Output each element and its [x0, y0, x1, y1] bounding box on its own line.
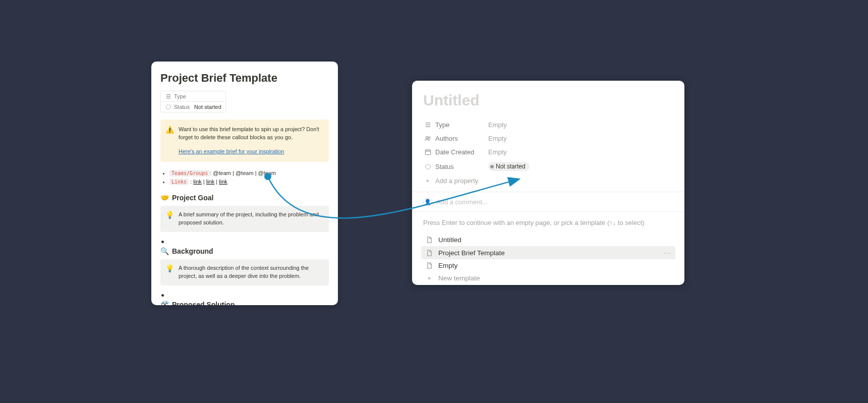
add-comment-row[interactable]: 👤 Add a comment... — [423, 192, 673, 211]
spinner-icon — [423, 163, 432, 170]
teams-line: Teams/Groups: @team | @team | @team — [169, 169, 329, 178]
property-label: Status — [174, 104, 191, 110]
section-heading-solution: 🛠️ Proposed Solution — [160, 301, 329, 305]
list-icon — [423, 121, 432, 129]
property-type-row[interactable]: Type — [161, 91, 225, 101]
status-dot-icon — [490, 165, 494, 168]
avatar-icon: 👤 — [423, 197, 432, 206]
example-brief-link[interactable]: Here's an example brief for your inspira… — [179, 148, 284, 156]
property-value: Empty — [488, 121, 507, 129]
comment-placeholder: Add a comment... — [436, 198, 488, 206]
property-type-row[interactable]: Type Empty — [423, 118, 673, 132]
links-chip: Links — [169, 179, 189, 185]
empty-bullet — [169, 291, 329, 294]
teams-chip: Teams/Groups — [169, 170, 210, 177]
more-icon[interactable]: ··· — [664, 249, 671, 257]
magnifier-icon: 🔍 — [160, 247, 169, 255]
property-value: Empty — [488, 135, 507, 142]
page-icon — [425, 236, 433, 244]
links-line: Links : link | link | link — [169, 178, 329, 187]
property-table: Type Status Not started — [160, 91, 226, 112]
property-status-row[interactable]: Status Not started — [161, 101, 225, 112]
callout-goal: 💡 A brief summary of the project, includ… — [160, 206, 329, 232]
svg-point-2 — [428, 137, 430, 138]
page-title: Project Brief Template — [160, 72, 329, 85]
template-item-new[interactable]: + New template — [421, 272, 675, 284]
template-preview-card: Project Brief Template Type Status Not s… — [151, 62, 338, 305]
empty-bullet — [169, 237, 329, 240]
page-title-placeholder[interactable]: Untitled — [423, 92, 673, 109]
property-label: Date Created — [435, 148, 488, 156]
template-item-empty[interactable]: Empty — [421, 259, 675, 272]
property-label: Authors — [435, 135, 488, 142]
calendar-icon — [423, 148, 432, 156]
warning-icon: ⚠️ — [165, 125, 174, 135]
link[interactable]: link — [206, 179, 215, 185]
template-item-untitled[interactable]: Untitled — [421, 234, 675, 246]
property-label: Status — [435, 163, 488, 170]
list-icon — [165, 93, 172, 100]
property-value: Empty — [488, 148, 507, 156]
plus-icon: + — [425, 274, 433, 282]
bulb-icon: 💡 — [165, 263, 174, 273]
link[interactable]: link — [219, 179, 227, 185]
callout-warning: ⚠️ Want to use this brief template to sp… — [160, 120, 329, 162]
template-hint: Press Enter to continue with an empty pa… — [423, 212, 673, 234]
new-page-card: Untitled Type Empty Authors Empty Date C… — [412, 81, 684, 285]
svg-point-4 — [425, 164, 430, 168]
property-date-created-row[interactable]: Date Created Empty — [423, 145, 673, 159]
status-pill[interactable]: Not started — [488, 162, 530, 171]
property-status-row[interactable]: Status Not started — [423, 159, 673, 174]
page-icon — [425, 262, 433, 269]
callout-background: 💡 A thorough description of the context … — [160, 259, 329, 285]
tools-icon: 🛠️ — [160, 301, 169, 305]
svg-rect-3 — [425, 150, 430, 154]
plus-icon: + — [423, 177, 432, 185]
svg-point-1 — [426, 137, 428, 139]
property-label: Type — [435, 121, 488, 129]
spinner-icon — [165, 103, 172, 110]
section-heading-goal: 🤝 Project Goal — [160, 194, 329, 202]
meta-bullets: Teams/Groups: @team | @team | @team Link… — [163, 169, 329, 187]
link[interactable]: link — [193, 179, 202, 185]
svg-point-0 — [166, 105, 171, 109]
property-value: Not started — [194, 104, 221, 110]
template-list: Untitled Project Brief Template ··· Empt… — [421, 234, 675, 284]
handshake-icon: 🤝 — [160, 194, 169, 202]
section-heading-background: 🔍 Background — [160, 247, 329, 255]
page-icon — [425, 249, 433, 257]
add-property-button[interactable]: + Add a property — [423, 174, 673, 192]
bulb-icon: 💡 — [165, 210, 174, 220]
template-item-project-brief[interactable]: Project Brief Template ··· — [421, 246, 675, 259]
callout-text: Want to use this brief template to spin … — [179, 126, 319, 140]
people-icon — [423, 135, 432, 142]
property-authors-row[interactable]: Authors Empty — [423, 132, 673, 145]
property-label: Type — [174, 93, 191, 99]
